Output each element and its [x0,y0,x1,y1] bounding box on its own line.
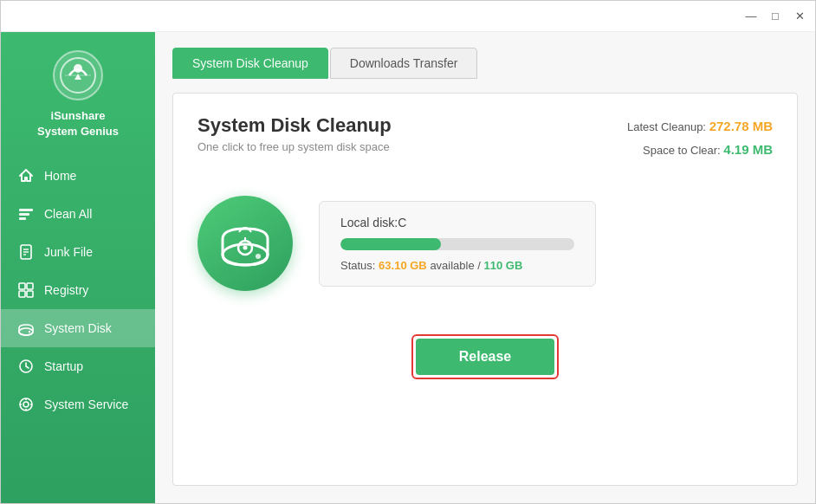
svg-rect-6 [19,217,26,220]
main-layout: iSunshareSystem Genius Home [1,32,815,503]
sidebar-item-clean-all-label: Clean All [44,207,92,221]
disk-section: Local disk:C Status: 63.10 GB available … [198,196,773,291]
system-disk-icon [16,319,36,338]
disk-bar-bg [340,238,574,250]
svg-rect-12 [27,283,33,289]
latest-cleanup-label: Latest Cleanup: [627,120,706,133]
tab-downloads-transfer[interactable]: Downloads Transfer [330,48,478,79]
status-mid: available / [430,259,483,272]
app-name: iSunshareSystem Genius [37,108,119,139]
system-service-icon [16,395,36,414]
sidebar: iSunshareSystem Genius Home [1,32,155,503]
app-window: — □ ✕ iSunshareSystem Genius [0,0,816,504]
svg-rect-4 [19,209,33,211]
space-to-clear-stat: Space to Clear: 4.19 MB [627,138,773,161]
sidebar-item-clean-all[interactable]: Clean All [1,195,155,233]
disk-icon-circle [198,196,293,291]
latest-cleanup-value: 272.78 MB [709,119,773,133]
svg-point-26 [243,246,248,250]
release-section: Release [198,334,773,379]
panel-title-block: System Disk Cleanup One click to free up… [198,114,392,153]
panel-subtitle: One click to free up system disk space [198,140,392,153]
sidebar-item-system-service-label: System Service [44,397,128,411]
latest-cleanup-stat: Latest Cleanup: 272.78 MB [627,114,773,138]
release-button[interactable]: Release [416,339,555,375]
titlebar-controls: — □ ✕ [744,10,806,23]
sidebar-item-startup[interactable]: Startup [1,347,155,385]
sidebar-item-home-label: Home [44,169,76,183]
startup-icon [16,357,36,376]
sidebar-item-system-service[interactable]: System Service [1,385,155,423]
clean-all-icon [16,204,36,223]
sidebar-item-system-disk-label: System Disk [44,321,112,335]
disk-bar-fill [340,238,441,250]
close-button[interactable]: ✕ [793,10,806,23]
minimize-button[interactable]: — [744,10,758,23]
svg-point-2 [74,64,82,73]
space-to-clear-label: Space to Clear: [643,144,721,157]
svg-rect-14 [27,291,33,297]
svg-rect-13 [19,291,25,297]
disk-name: Local disk:C [340,216,574,229]
sidebar-item-registry[interactable]: Registry [1,271,155,309]
panel-stats: Latest Cleanup: 272.78 MB Space to Clear… [627,114,773,161]
disk-info-card: Local disk:C Status: 63.10 GB available … [319,201,596,287]
junk-file-icon [16,242,36,262]
sidebar-item-startup-label: Startup [44,359,83,373]
svg-rect-11 [19,283,25,289]
panel-title: System Disk Cleanup [198,114,392,137]
tab-system-disk-cleanup[interactable]: System Disk Cleanup [172,48,328,79]
tabs: System Disk Cleanup Downloads Transfer [172,48,798,79]
home-icon [16,166,36,185]
content-area: System Disk Cleanup Downloads Transfer S… [155,32,815,503]
svg-point-19 [23,402,29,407]
space-to-clear-value: 4.19 MB [723,142,773,157]
status-prefix: Status: [340,259,375,272]
sidebar-item-junk-file[interactable]: Junk File [1,233,155,271]
svg-point-18 [20,398,32,410]
svg-point-28 [256,254,261,259]
disk-status: Status: 63.10 GB available / 110 GB [340,259,574,272]
disk-available-value: 63.10 GB [379,259,427,272]
disk-total-value: 110 GB [484,259,523,272]
svg-rect-5 [19,213,29,216]
registry-icon [16,281,36,300]
svg-point-16 [29,331,30,333]
sidebar-item-system-disk[interactable]: System Disk [1,309,155,347]
sidebar-item-junk-file-label: Junk File [44,245,93,259]
sidebar-item-home[interactable]: Home [1,157,155,195]
app-logo [52,49,104,101]
release-btn-wrapper: Release [411,334,560,379]
sidebar-item-registry-label: Registry [44,283,88,297]
panel-header: System Disk Cleanup One click to free up… [198,114,773,161]
main-panel: System Disk Cleanup One click to free up… [172,93,798,486]
titlebar: — □ ✕ [1,1,815,32]
sidebar-nav: Home Clean All [1,157,155,423]
maximize-button[interactable]: □ [768,10,782,23]
